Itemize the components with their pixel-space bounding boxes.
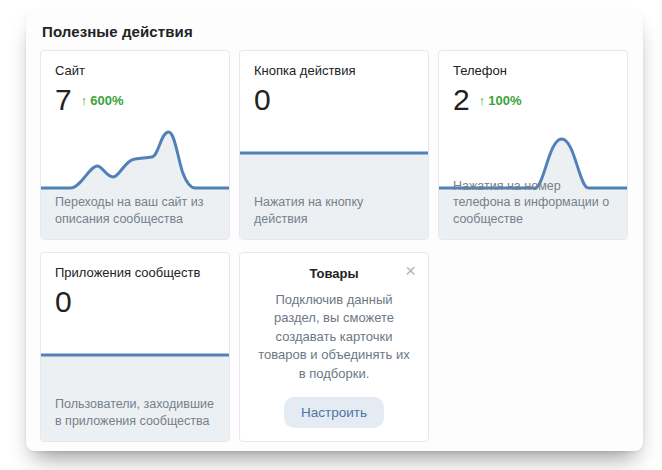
card-head: Приложения сообществ 0 bbox=[41, 253, 229, 317]
arrow-up-icon: ↑ bbox=[81, 93, 88, 108]
stat-card-phone: Телефон 2 ↑ 100% Нажатия на номер телефо… bbox=[438, 50, 628, 240]
card-value: 2 bbox=[453, 85, 470, 115]
value-row: 2 ↑ 100% bbox=[453, 85, 613, 115]
sparkline-area bbox=[41, 132, 229, 191]
configure-button[interactable]: Настроить bbox=[284, 397, 384, 428]
card-title: Сайт bbox=[55, 63, 215, 78]
card-caption: Нажатия на номер телефона в информации о… bbox=[453, 178, 613, 228]
chart-area bbox=[240, 115, 428, 157]
card-title: Телефон bbox=[453, 63, 613, 78]
card-value: 7 bbox=[55, 85, 72, 115]
useful-actions-panel: Полезные действия Сайт 7 ↑ 600% bbox=[26, 10, 643, 451]
promo-card-products: × Товары Подключив данный раздел, вы смо… bbox=[239, 252, 429, 442]
card-caption: Переходы на ваш сайт из описания сообщес… bbox=[55, 194, 215, 227]
delta-value: 100% bbox=[488, 93, 521, 108]
card-footer: Пользователи, заходившие в приложения со… bbox=[41, 359, 229, 441]
delta-badge: ↑ 600% bbox=[81, 93, 124, 108]
card-caption: Пользователи, заходившие в приложения со… bbox=[55, 396, 215, 429]
arrow-up-icon: ↑ bbox=[479, 93, 486, 108]
card-footer: Переходы на ваш сайт из описания сообщес… bbox=[41, 191, 229, 239]
chart-area bbox=[41, 115, 229, 191]
stat-card-community-apps: Приложения сообществ 0 Пользователи, зах… bbox=[40, 252, 230, 442]
card-footer: Нажатия на кнопку действия bbox=[240, 157, 428, 239]
card-title: Приложения сообществ bbox=[55, 265, 215, 280]
card-caption: Нажатия на кнопку действия bbox=[254, 194, 414, 227]
chart-area bbox=[41, 317, 229, 359]
card-head: Телефон 2 ↑ 100% bbox=[439, 51, 627, 115]
stat-cards-grid: Сайт 7 ↑ 600% Переходы на ваш сайт из оп… bbox=[26, 40, 643, 442]
stat-card-action-button: Кнопка действия 0 Нажатия на кнопку дейс… bbox=[239, 50, 429, 240]
promo-title: Товары bbox=[309, 266, 358, 281]
card-value: 0 bbox=[254, 85, 271, 115]
page-title: Полезные действия bbox=[26, 10, 643, 40]
stat-card-site: Сайт 7 ↑ 600% Переходы на ваш сайт из оп… bbox=[40, 50, 230, 240]
action-button-sparkline bbox=[240, 149, 428, 157]
card-value: 0 bbox=[55, 287, 72, 317]
delta-value: 600% bbox=[90, 93, 123, 108]
close-icon[interactable]: × bbox=[405, 261, 416, 280]
community-apps-sparkline bbox=[41, 351, 229, 359]
promo-description: Подключив данный раздел, вы сможете созд… bbox=[254, 291, 414, 383]
value-row: 7 ↑ 600% bbox=[55, 85, 215, 115]
value-row: 0 bbox=[254, 85, 414, 115]
card-head: Кнопка действия 0 bbox=[240, 51, 428, 115]
site-sparkline bbox=[41, 129, 229, 191]
card-title: Кнопка действия bbox=[254, 63, 414, 78]
delta-badge: ↑ 100% bbox=[479, 93, 522, 108]
value-row: 0 bbox=[55, 287, 215, 317]
card-head: Сайт 7 ↑ 600% bbox=[41, 51, 229, 115]
card-footer: Нажатия на номер телефона в информации о… bbox=[439, 191, 627, 239]
